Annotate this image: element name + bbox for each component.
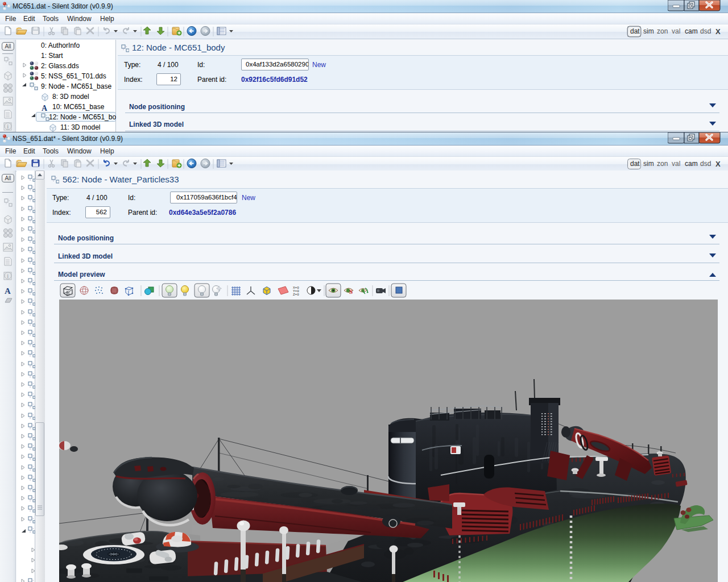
svg-text:zon: zon <box>657 27 668 35</box>
svg-text:dat: dat <box>630 160 640 168</box>
svg-text:S: S <box>349 288 353 295</box>
svg-text:X: X <box>715 27 721 36</box>
svg-text:cam: cam <box>685 27 698 35</box>
svg-text:val: val <box>672 27 680 35</box>
svg-text:val: val <box>672 160 680 168</box>
svg-text:cam: cam <box>685 160 698 168</box>
svg-text:Z=0: Z=0 <box>293 293 299 297</box>
svg-text:i: i <box>7 273 9 279</box>
svg-text:i: i <box>7 123 9 130</box>
svg-text:dsd: dsd <box>700 27 711 35</box>
svg-text:dsd: dsd <box>700 160 711 168</box>
svg-text:A: A <box>42 104 48 113</box>
svg-text:X: X <box>715 160 721 168</box>
svg-text:dat: dat <box>630 27 640 35</box>
svg-text:sim: sim <box>643 160 654 168</box>
svg-text:zon: zon <box>657 160 668 168</box>
svg-text:sim: sim <box>643 27 654 35</box>
svg-text:A: A <box>5 286 11 296</box>
